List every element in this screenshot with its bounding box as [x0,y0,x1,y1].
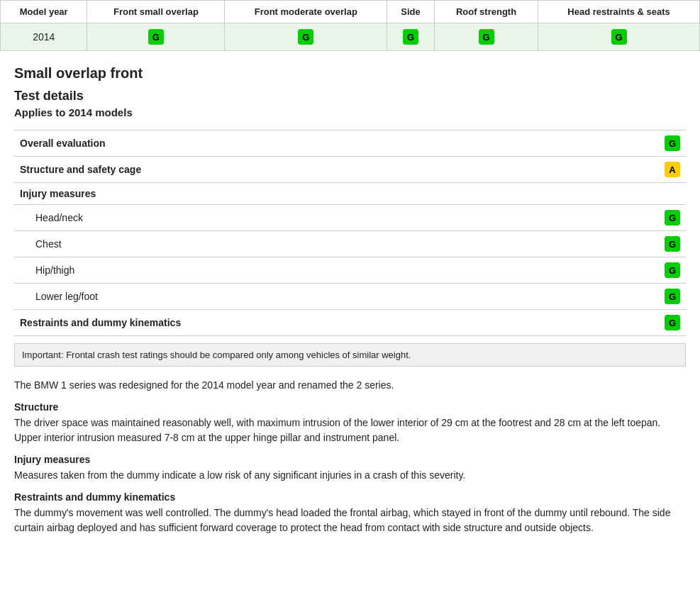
detail-label: Hip/thigh [14,257,618,284]
detail-rating: G [618,284,686,310]
detail-row: Structure and safety cageA [14,157,686,183]
detail-badge: G [665,210,680,225]
detail-rating: G [618,130,686,157]
detail-table: Overall evaluationGStructure and safety … [14,130,686,336]
detail-label: Lower leg/foot [14,284,618,310]
intro-text: The BMW 1 series was redesigned for the … [14,378,686,393]
summary-table: Model year Front small overlap Front mod… [0,0,700,51]
front-moderate-rating: G [225,23,387,51]
detail-label: Injury measures [14,183,618,205]
detail-rating: G [618,205,686,231]
col-header-front-small: Front small overlap [87,1,225,23]
detail-rating: G [618,257,686,284]
test-details-title: Test details [14,89,686,104]
col-header-head-restraints: Head restraints & seats [538,1,700,23]
detail-rating: G [618,231,686,257]
detail-label: Overall evaluation [14,130,618,157]
detail-rating [618,183,686,205]
detail-badge: G [665,289,680,304]
side-badge: G [403,29,418,45]
detail-rating: A [618,157,686,183]
detail-label: Structure and safety cage [14,157,618,183]
col-header-roof: Roof strength [434,1,538,23]
detail-badge: A [665,162,680,177]
subsection-title: Injury measures [14,454,686,465]
detail-badge: G [665,315,680,330]
col-header-side: Side [387,1,435,23]
detail-badge: G [665,262,680,278]
head-restraints-rating: G [538,23,700,51]
table-row: 2014 G G G G G [1,23,700,51]
detail-label: Head/neck [14,205,618,231]
detail-row: Restraints and dummy kinematicsG [14,310,686,336]
detail-row: Head/neckG [14,205,686,231]
detail-label: Restraints and dummy kinematics [14,310,618,336]
detail-row: Hip/thighG [14,257,686,284]
detail-row: Injury measures [14,183,686,205]
head-restraints-badge: G [611,29,627,45]
side-rating: G [387,23,435,51]
section-title: Small overlap front [14,65,686,82]
model-year-cell: 2014 [1,23,87,51]
subsections-container: StructureThe driver space was maintained… [14,401,686,535]
detail-badge: G [665,236,680,252]
subsection-title: Structure [14,401,686,413]
subsection-text: The dummy's movement was well controlled… [14,506,686,535]
applies-to: Applies to 2014 models [14,106,686,118]
front-small-badge: G [148,29,164,45]
detail-rating: G [618,310,686,336]
detail-badge: G [665,135,680,151]
subsection-text: The driver space was maintained reasonab… [14,416,686,445]
detail-label: Chest [14,231,618,257]
important-note: Important: Frontal crash test ratings sh… [14,343,686,367]
content-area: Small overlap front Test details Applies… [0,51,700,558]
front-small-rating: G [87,23,225,51]
detail-row: ChestG [14,231,686,257]
subsection-title: Restraints and dummy kinematics [14,491,686,503]
detail-row: Overall evaluationG [14,130,686,157]
front-moderate-badge: G [298,29,313,45]
roof-rating: G [434,23,538,51]
detail-row: Lower leg/footG [14,284,686,310]
roof-badge: G [479,29,494,45]
subsection-text: Measures taken from the dummy indicate a… [14,468,686,483]
col-header-front-moderate: Front moderate overlap [225,1,387,23]
col-header-model-year: Model year [1,1,87,23]
